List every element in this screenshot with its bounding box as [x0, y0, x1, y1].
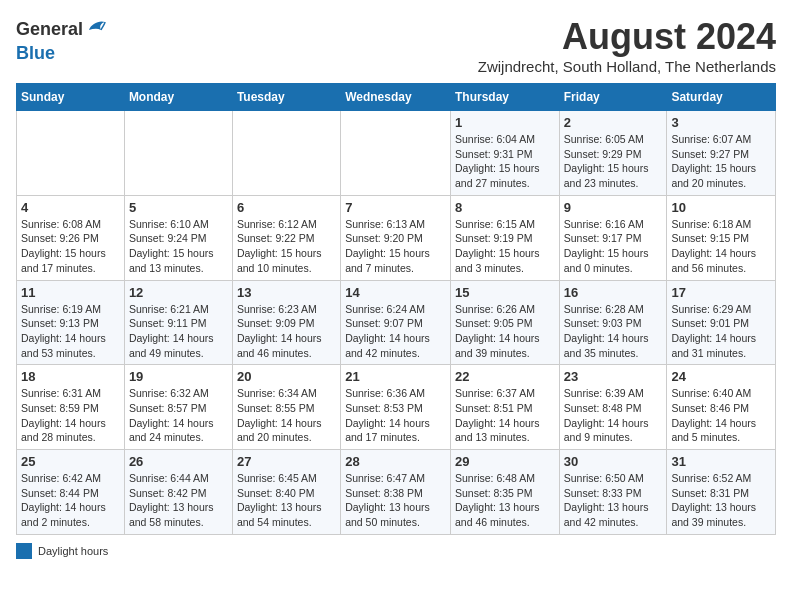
day-info: Sunrise: 6:26 AMSunset: 9:05 PMDaylight:… [455, 302, 555, 361]
calendar-cell: 3Sunrise: 6:07 AMSunset: 9:27 PMDaylight… [667, 111, 776, 196]
day-info: Sunrise: 6:42 AMSunset: 8:44 PMDaylight:… [21, 471, 120, 530]
day-number: 6 [237, 200, 336, 215]
logo: General Blue [16, 16, 107, 64]
location-subtitle: Zwijndrecht, South Holland, The Netherla… [478, 58, 776, 75]
calendar-cell: 13Sunrise: 6:23 AMSunset: 9:09 PMDayligh… [232, 280, 340, 365]
day-info: Sunrise: 6:10 AMSunset: 9:24 PMDaylight:… [129, 217, 228, 276]
calendar-cell: 16Sunrise: 6:28 AMSunset: 9:03 PMDayligh… [559, 280, 667, 365]
day-number: 28 [345, 454, 446, 469]
day-number: 1 [455, 115, 555, 130]
day-number: 18 [21, 369, 120, 384]
day-info: Sunrise: 6:21 AMSunset: 9:11 PMDaylight:… [129, 302, 228, 361]
day-number: 3 [671, 115, 771, 130]
day-number: 30 [564, 454, 663, 469]
day-number: 22 [455, 369, 555, 384]
week-row-4: 18Sunrise: 6:31 AMSunset: 8:59 PMDayligh… [17, 365, 776, 450]
day-number: 20 [237, 369, 336, 384]
day-info: Sunrise: 6:39 AMSunset: 8:48 PMDaylight:… [564, 386, 663, 445]
day-number: 8 [455, 200, 555, 215]
calendar-cell: 24Sunrise: 6:40 AMSunset: 8:46 PMDayligh… [667, 365, 776, 450]
day-info: Sunrise: 6:37 AMSunset: 8:51 PMDaylight:… [455, 386, 555, 445]
day-info: Sunrise: 6:44 AMSunset: 8:42 PMDaylight:… [129, 471, 228, 530]
calendar-cell: 7Sunrise: 6:13 AMSunset: 9:20 PMDaylight… [341, 195, 451, 280]
day-info: Sunrise: 6:24 AMSunset: 9:07 PMDaylight:… [345, 302, 446, 361]
header-day-monday: Monday [124, 84, 232, 111]
day-number: 17 [671, 285, 771, 300]
calendar-cell [232, 111, 340, 196]
day-info: Sunrise: 6:52 AMSunset: 8:31 PMDaylight:… [671, 471, 771, 530]
legend-box [16, 543, 32, 559]
header-day-wednesday: Wednesday [341, 84, 451, 111]
calendar-cell: 11Sunrise: 6:19 AMSunset: 9:13 PMDayligh… [17, 280, 125, 365]
day-info: Sunrise: 6:19 AMSunset: 9:13 PMDaylight:… [21, 302, 120, 361]
day-number: 11 [21, 285, 120, 300]
day-number: 25 [21, 454, 120, 469]
day-info: Sunrise: 6:15 AMSunset: 9:19 PMDaylight:… [455, 217, 555, 276]
day-info: Sunrise: 6:23 AMSunset: 9:09 PMDaylight:… [237, 302, 336, 361]
day-number: 26 [129, 454, 228, 469]
calendar-cell: 27Sunrise: 6:45 AMSunset: 8:40 PMDayligh… [232, 450, 340, 535]
day-number: 7 [345, 200, 446, 215]
calendar-cell: 14Sunrise: 6:24 AMSunset: 9:07 PMDayligh… [341, 280, 451, 365]
calendar-cell: 2Sunrise: 6:05 AMSunset: 9:29 PMDaylight… [559, 111, 667, 196]
calendar-cell [17, 111, 125, 196]
week-row-2: 4Sunrise: 6:08 AMSunset: 9:26 PMDaylight… [17, 195, 776, 280]
day-info: Sunrise: 6:05 AMSunset: 9:29 PMDaylight:… [564, 132, 663, 191]
calendar-cell: 20Sunrise: 6:34 AMSunset: 8:55 PMDayligh… [232, 365, 340, 450]
calendar-cell [341, 111, 451, 196]
title-block: August 2024 Zwijndrecht, South Holland, … [478, 16, 776, 75]
header-day-sunday: Sunday [17, 84, 125, 111]
day-info: Sunrise: 6:29 AMSunset: 9:01 PMDaylight:… [671, 302, 771, 361]
day-number: 27 [237, 454, 336, 469]
calendar-cell: 5Sunrise: 6:10 AMSunset: 9:24 PMDaylight… [124, 195, 232, 280]
calendar-cell: 19Sunrise: 6:32 AMSunset: 8:57 PMDayligh… [124, 365, 232, 450]
day-info: Sunrise: 6:07 AMSunset: 9:27 PMDaylight:… [671, 132, 771, 191]
day-info: Sunrise: 6:13 AMSunset: 9:20 PMDaylight:… [345, 217, 446, 276]
calendar-cell: 10Sunrise: 6:18 AMSunset: 9:15 PMDayligh… [667, 195, 776, 280]
calendar-cell: 9Sunrise: 6:16 AMSunset: 9:17 PMDaylight… [559, 195, 667, 280]
calendar-cell: 22Sunrise: 6:37 AMSunset: 8:51 PMDayligh… [450, 365, 559, 450]
day-number: 9 [564, 200, 663, 215]
day-number: 13 [237, 285, 336, 300]
header-day-tuesday: Tuesday [232, 84, 340, 111]
calendar-cell: 29Sunrise: 6:48 AMSunset: 8:35 PMDayligh… [450, 450, 559, 535]
day-info: Sunrise: 6:18 AMSunset: 9:15 PMDaylight:… [671, 217, 771, 276]
calendar-cell [124, 111, 232, 196]
legend: Daylight hours [16, 543, 776, 559]
logo-bird-icon [85, 16, 107, 43]
header-row: SundayMondayTuesdayWednesdayThursdayFrid… [17, 84, 776, 111]
day-info: Sunrise: 6:12 AMSunset: 9:22 PMDaylight:… [237, 217, 336, 276]
day-number: 23 [564, 369, 663, 384]
day-number: 4 [21, 200, 120, 215]
day-info: Sunrise: 6:08 AMSunset: 9:26 PMDaylight:… [21, 217, 120, 276]
day-info: Sunrise: 6:50 AMSunset: 8:33 PMDaylight:… [564, 471, 663, 530]
day-number: 16 [564, 285, 663, 300]
calendar-body: 1Sunrise: 6:04 AMSunset: 9:31 PMDaylight… [17, 111, 776, 535]
calendar-cell: 31Sunrise: 6:52 AMSunset: 8:31 PMDayligh… [667, 450, 776, 535]
day-number: 10 [671, 200, 771, 215]
calendar-cell: 1Sunrise: 6:04 AMSunset: 9:31 PMDaylight… [450, 111, 559, 196]
day-number: 15 [455, 285, 555, 300]
calendar-cell: 8Sunrise: 6:15 AMSunset: 9:19 PMDaylight… [450, 195, 559, 280]
day-info: Sunrise: 6:34 AMSunset: 8:55 PMDaylight:… [237, 386, 336, 445]
day-info: Sunrise: 6:45 AMSunset: 8:40 PMDaylight:… [237, 471, 336, 530]
day-info: Sunrise: 6:28 AMSunset: 9:03 PMDaylight:… [564, 302, 663, 361]
logo-general: General [16, 19, 83, 40]
calendar-cell: 23Sunrise: 6:39 AMSunset: 8:48 PMDayligh… [559, 365, 667, 450]
week-row-3: 11Sunrise: 6:19 AMSunset: 9:13 PMDayligh… [17, 280, 776, 365]
calendar-cell: 18Sunrise: 6:31 AMSunset: 8:59 PMDayligh… [17, 365, 125, 450]
header-day-thursday: Thursday [450, 84, 559, 111]
day-info: Sunrise: 6:48 AMSunset: 8:35 PMDaylight:… [455, 471, 555, 530]
calendar-table: SundayMondayTuesdayWednesdayThursdayFrid… [16, 83, 776, 535]
logo-blue: Blue [16, 43, 55, 64]
calendar-cell: 12Sunrise: 6:21 AMSunset: 9:11 PMDayligh… [124, 280, 232, 365]
day-info: Sunrise: 6:31 AMSunset: 8:59 PMDaylight:… [21, 386, 120, 445]
week-row-5: 25Sunrise: 6:42 AMSunset: 8:44 PMDayligh… [17, 450, 776, 535]
calendar-cell: 28Sunrise: 6:47 AMSunset: 8:38 PMDayligh… [341, 450, 451, 535]
day-info: Sunrise: 6:47 AMSunset: 8:38 PMDaylight:… [345, 471, 446, 530]
day-number: 31 [671, 454, 771, 469]
day-info: Sunrise: 6:16 AMSunset: 9:17 PMDaylight:… [564, 217, 663, 276]
day-number: 21 [345, 369, 446, 384]
calendar-cell: 17Sunrise: 6:29 AMSunset: 9:01 PMDayligh… [667, 280, 776, 365]
day-number: 2 [564, 115, 663, 130]
